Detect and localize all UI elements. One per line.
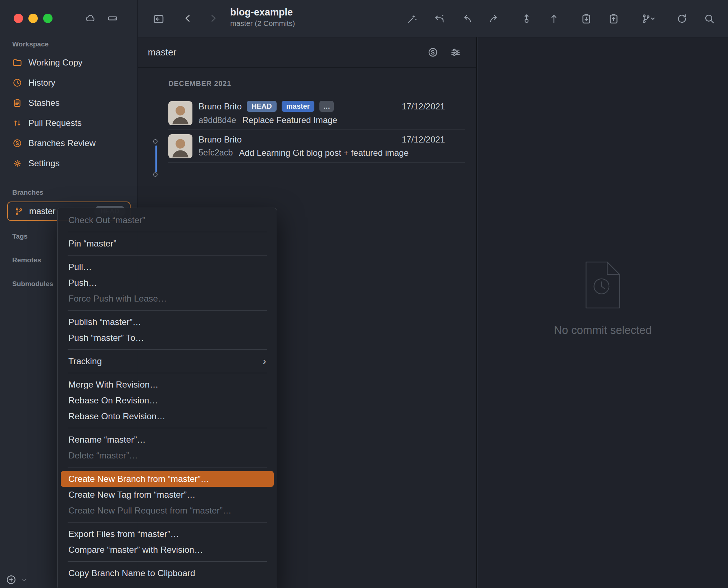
- branch-context-menu: Check Out “master” Pin “master” Pull… Pu…: [57, 208, 277, 588]
- commit-date: 17/12/2021: [402, 101, 445, 112]
- undo-button[interactable]: [434, 13, 445, 24]
- menu-item-rebase-on[interactable]: Rebase On Revision…: [58, 393, 277, 408]
- clipboard-arrow-down-icon: [581, 13, 592, 24]
- commit-message: Replace Featured Image: [242, 115, 337, 125]
- refresh-icon: [676, 13, 688, 24]
- history-filter-bar: master: [138, 37, 476, 68]
- sidebar-item-history[interactable]: History: [0, 73, 137, 93]
- toggle-sidebar-button[interactable]: [153, 13, 165, 25]
- menu-item-delete: Delete “master”…: [58, 448, 277, 463]
- submenu-chevron-icon: ›: [263, 356, 266, 366]
- menu-item-pin[interactable]: Pin “master”: [58, 236, 277, 252]
- folder-icon: [12, 58, 22, 68]
- push-button[interactable]: [548, 13, 560, 24]
- gear-icon: [12, 158, 22, 168]
- sidebar-item-label: Working Copy: [28, 58, 82, 68]
- minimize-window-button[interactable]: [28, 14, 38, 23]
- commit-text: Bruno Brito HEAD master … a9dd8d4e Repla…: [199, 101, 337, 125]
- menu-item-export-files[interactable]: Export Files from “master”…: [58, 526, 277, 542]
- branch-name: master: [29, 206, 55, 216]
- sidebar-footer: [6, 574, 27, 585]
- search-button[interactable]: [704, 13, 715, 24]
- redo-button[interactable]: [488, 13, 500, 24]
- menu-separator: [68, 310, 267, 311]
- close-window-button[interactable]: [14, 14, 23, 23]
- workspace-section-header: Workspace: [12, 40, 137, 49]
- sidebar-item-working-copy[interactable]: Working Copy: [0, 53, 137, 73]
- zoom-window-button[interactable]: [43, 14, 53, 23]
- repository-title: blog-example: [230, 6, 295, 18]
- commit-group-header: DECEMBER 2021: [138, 68, 476, 96]
- filter-icons: [427, 47, 461, 58]
- menu-separator: [68, 467, 267, 467]
- menu-item-rename[interactable]: Rename “master”…: [58, 432, 277, 448]
- refresh-button[interactable]: [676, 13, 688, 24]
- more-refs-badge[interactable]: …: [319, 101, 334, 112]
- titlebar-service-icons: [85, 13, 118, 24]
- menu-item-check-out: Check Out “master”: [58, 212, 277, 228]
- curved-arrow-left-icon: [461, 13, 473, 24]
- clipboard-arrow-up-icon: [608, 13, 619, 24]
- chevron-down-icon[interactable]: [21, 576, 27, 583]
- apply-stash-button[interactable]: [608, 13, 619, 24]
- menu-item-create-branch[interactable]: Create New Branch from “master”…: [61, 471, 274, 487]
- clipboard-icon: [12, 98, 22, 108]
- add-repository-button[interactable]: [6, 574, 17, 585]
- menu-separator: [68, 373, 267, 373]
- sidebar-item-branches-review[interactable]: Branches Review: [0, 133, 137, 153]
- discard-button[interactable]: [461, 13, 473, 24]
- commit-row[interactable]: Bruno Brito HEAD master … a9dd8d4e Repla…: [138, 96, 476, 130]
- branch-chevron-icon: [640, 13, 655, 24]
- menu-item-push-to[interactable]: Push “master” To…: [58, 330, 277, 346]
- forward-button: [208, 13, 219, 24]
- open-repo-icon: [153, 13, 165, 25]
- commit-author: Bruno Brito: [199, 101, 242, 112]
- compare-icon[interactable]: [427, 47, 438, 58]
- workflow-dropdown-button[interactable]: [640, 13, 655, 24]
- sidebar-item-settings[interactable]: Settings: [0, 153, 137, 173]
- sidebar-item-label: Settings: [28, 158, 60, 168]
- quick-actions-button[interactable]: [406, 13, 418, 24]
- menu-item-rebase-onto[interactable]: Rebase Onto Revision…: [58, 408, 277, 424]
- menu-item-copy-branch-name[interactable]: Copy Branch Name to Clipboard: [58, 565, 277, 581]
- sidebar-item-label: Branches Review: [28, 138, 96, 148]
- menu-separator: [68, 349, 267, 350]
- history-clock-icon: [12, 78, 22, 88]
- menu-item-tracking[interactable]: Tracking ›: [58, 353, 277, 369]
- menu-item-publish[interactable]: Publish “master”…: [58, 314, 277, 330]
- commit-text: Bruno Brito 5efc2acb Add Learning Git bl…: [199, 135, 409, 158]
- empty-state: No commit selected: [554, 260, 652, 337]
- pull-button[interactable]: [521, 13, 532, 24]
- window-controls: [14, 14, 53, 23]
- back-button[interactable]: [182, 13, 193, 24]
- commit-message: Add Learning Git blog post + featured im…: [239, 148, 409, 158]
- stash-button[interactable]: [581, 13, 592, 24]
- cloud-icon[interactable]: [85, 13, 96, 24]
- commit-hash: 5efc2acb: [199, 148, 233, 158]
- menu-separator: [68, 255, 267, 255]
- commit-graph-node: [153, 172, 158, 177]
- window-title-block: blog-example master (2 Commits): [230, 6, 295, 28]
- magic-wand-icon: [406, 13, 418, 24]
- toolbar-actions: [406, 0, 715, 37]
- sidebar-item-label: History: [28, 78, 55, 88]
- commit-row[interactable]: Bruno Brito 5efc2acb Add Learning Git bl…: [138, 130, 476, 163]
- menu-item-push[interactable]: Push…: [58, 275, 277, 291]
- commit-date: 17/12/2021: [402, 135, 445, 145]
- pull-request-icon: [12, 118, 22, 128]
- menu-separator: [68, 561, 267, 562]
- drive-icon[interactable]: [107, 13, 118, 24]
- sidebar-item-stashes[interactable]: Stashes: [0, 93, 137, 113]
- menu-separator: [68, 232, 267, 232]
- sidebar-item-label: Stashes: [28, 98, 60, 108]
- menu-item-label: Tracking: [68, 356, 102, 366]
- menu-item-merge[interactable]: Merge With Revision…: [58, 377, 277, 393]
- menu-item-pull[interactable]: Pull…: [58, 259, 277, 275]
- empty-state-message: No commit selected: [554, 324, 652, 337]
- chevron-right-icon: [208, 13, 219, 24]
- menu-item-compare[interactable]: Compare “master” with Revision…: [58, 542, 277, 558]
- filter-sliders-icon[interactable]: [450, 47, 461, 58]
- commit-author: Bruno Brito: [199, 135, 242, 145]
- sidebar-item-pull-requests[interactable]: Pull Requests: [0, 113, 137, 133]
- menu-item-create-tag[interactable]: Create New Tag from “master”…: [58, 487, 277, 503]
